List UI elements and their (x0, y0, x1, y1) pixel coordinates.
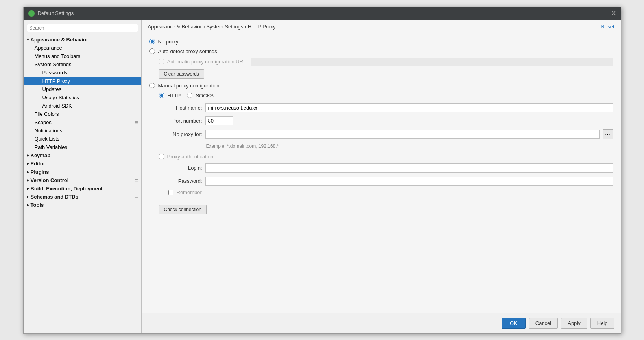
host-row: Host name: (159, 103, 613, 112)
sidebar-item-usage-statistics[interactable]: Usage Statistics (24, 93, 141, 102)
sidebar-item-file-colors[interactable]: File Colors (24, 110, 141, 118)
sidebar-item-http-proxy[interactable]: HTTP Proxy (24, 77, 141, 85)
title-bar: Default Settings ✕ (24, 7, 621, 20)
app-icon (28, 10, 35, 17)
manual-section: HTTP SOCKS Host name: Port (159, 93, 613, 214)
auto-config-checkbox[interactable] (159, 59, 164, 64)
http-radio-row: HTTP (159, 93, 181, 98)
auto-config-row: Automatic proxy configuration URL: (159, 58, 613, 66)
title-bar-left: Default Settings (28, 10, 74, 17)
search-input[interactable] (27, 24, 138, 32)
manual-proxy-radio[interactable] (149, 83, 155, 88)
remember-label: Remember (177, 190, 202, 195)
window-title: Default Settings (38, 10, 74, 16)
auto-config-url-input[interactable] (251, 58, 613, 66)
port-label: Port number: (159, 118, 202, 124)
password-input[interactable] (205, 177, 613, 186)
no-proxy-for-label: No proxy for: (159, 131, 202, 137)
protocol-row: HTTP SOCKS (159, 93, 613, 98)
proxy-auth-row: Proxy authentication (159, 154, 613, 160)
proxy-auth-label: Proxy authentication (167, 154, 214, 160)
sidebar-item-build-execution[interactable]: Build, Execution, Deployment (24, 184, 141, 193)
sidebar-item-system-settings[interactable]: System Settings (24, 60, 141, 69)
no-proxy-row: No proxy (149, 39, 613, 45)
sidebar-item-tools[interactable]: Tools (24, 201, 141, 209)
host-input[interactable] (205, 103, 613, 112)
example-text: Example: *.domain.com, 192.168.* (206, 143, 613, 149)
socks-radio[interactable] (187, 93, 192, 98)
sidebar-item-quick-lists[interactable]: Quick Lists (24, 135, 141, 143)
proxy-auth-checkbox[interactable] (159, 154, 164, 159)
sidebar-item-path-variables[interactable]: Path Variables (24, 143, 141, 151)
port-row: Port number: (159, 116, 613, 125)
login-row: Login: (159, 163, 613, 173)
no-proxy-for-row: No proxy for: ⋯ (159, 129, 613, 139)
no-proxy-browse-button[interactable]: ⋯ (603, 129, 613, 139)
sidebar-item-appearance-behavior[interactable]: Appearance & Behavior (24, 35, 141, 44)
cancel-button[interactable]: Cancel (529, 318, 558, 329)
manual-proxy-row: Manual proxy configuration (149, 83, 613, 89)
remember-row: Remember (168, 190, 613, 195)
auto-detect-section: Automatic proxy configuration URL: Clear… (159, 58, 613, 79)
host-label: Host name: (159, 105, 202, 111)
sidebar-item-notifications[interactable]: Notifications (24, 126, 141, 135)
auto-detect-label: Auto-detect proxy settings (158, 48, 217, 54)
sidebar-item-android-sdk[interactable]: Android SDK (24, 102, 141, 110)
dialog-body: Appearance & Behavior Appearance Menus a… (24, 20, 621, 333)
sidebar-item-editor[interactable]: Editor (24, 160, 141, 168)
dialog-window: Default Settings ✕ Appearance & Behavior… (23, 7, 621, 334)
sidebar-item-passwords[interactable]: Passwords (24, 69, 141, 77)
password-label: Password: (159, 178, 202, 184)
reset-link[interactable]: Reset (601, 24, 614, 30)
socks-label: SOCKS (196, 93, 214, 98)
http-radio[interactable] (159, 93, 164, 98)
bottom-bar: OK Cancel Apply Help (142, 313, 621, 333)
no-proxy-label: No proxy (158, 39, 179, 45)
sidebar-item-menus-toolbars[interactable]: Menus and Toolbars (24, 52, 141, 60)
login-label: Login: (159, 165, 202, 171)
sidebar-item-scopes[interactable]: Scopes (24, 118, 141, 126)
help-button[interactable]: Help (590, 318, 614, 329)
sidebar: Appearance & Behavior Appearance Menus a… (24, 20, 142, 333)
browse-icon: ⋯ (605, 131, 610, 137)
content-area: No proxy Auto-detect proxy settings Auto… (142, 32, 621, 313)
no-proxy-radio[interactable] (149, 39, 155, 44)
socks-radio-row: SOCKS (187, 93, 214, 98)
password-row: Password: (159, 177, 613, 186)
clear-passwords-button[interactable]: Clear passwords (159, 69, 204, 79)
no-proxy-for-input[interactable] (205, 130, 600, 139)
sidebar-item-plugins[interactable]: Plugins (24, 168, 141, 176)
remember-checkbox[interactable] (168, 190, 173, 195)
port-input[interactable] (205, 116, 233, 125)
sidebar-item-schemas-dtds[interactable]: Schemas and DTDs (24, 193, 141, 201)
sidebar-item-updates[interactable]: Updates (24, 85, 141, 93)
sidebar-item-version-control[interactable]: Version Control (24, 176, 141, 184)
auto-config-label: Automatic proxy configuration URL: (167, 59, 247, 65)
close-button[interactable]: ✕ (611, 9, 616, 17)
manual-proxy-label: Manual proxy configuration (158, 83, 220, 89)
ok-button[interactable]: OK (502, 318, 526, 329)
apply-button[interactable]: Apply (561, 318, 587, 329)
content-header: Appearance & Behavior › System Settings … (142, 20, 621, 32)
breadcrumb: Appearance & Behavior › System Settings … (148, 24, 276, 30)
http-label: HTTP (168, 93, 181, 98)
main-content: Appearance & Behavior › System Settings … (142, 20, 621, 333)
login-input[interactable] (205, 163, 613, 173)
sidebar-item-appearance[interactable]: Appearance (24, 44, 141, 52)
check-connection-button[interactable]: Check connection (159, 205, 207, 214)
auto-detect-row: Auto-detect proxy settings (149, 48, 613, 54)
auto-detect-radio[interactable] (149, 48, 155, 54)
sidebar-item-keymap[interactable]: Keymap (24, 151, 141, 160)
